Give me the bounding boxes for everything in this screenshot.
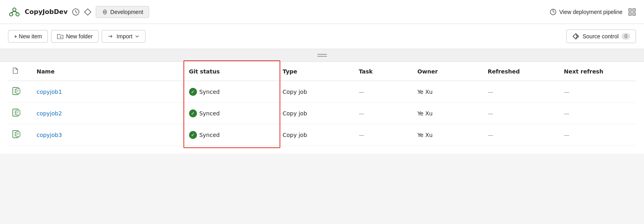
table-row[interactable]: copyjob1 Synced Copy job—Ye Xu—— [8, 81, 636, 103]
edit-settings-icon[interactable] [72, 8, 80, 16]
row-owner-cell: Ye Xu [414, 124, 484, 146]
source-control-badge: 0 [622, 33, 630, 40]
row-icon-cell [8, 124, 33, 146]
environment-label: Development [110, 9, 144, 15]
grid-apps-icon[interactable] [628, 8, 636, 16]
svg-line-4 [14, 11, 18, 13]
row-git-status-cell: Synced [185, 81, 279, 103]
synced-check-icon [189, 131, 197, 139]
row-refreshed-cell: — [484, 124, 560, 146]
row-refreshed-cell: — [484, 103, 560, 124]
row-task-cell: — [355, 81, 414, 103]
col-git-status-header: Git status [185, 62, 279, 81]
import-icon [108, 33, 114, 40]
svg-point-2 [16, 13, 19, 16]
row-name-cell[interactable]: copyjob3 [33, 124, 185, 146]
view-pipeline-label: View deployment pipeline [559, 9, 622, 15]
toolbar: + New item New folder Import Sour [0, 24, 644, 49]
chevron-down-icon [135, 34, 140, 39]
divider-row [0, 49, 644, 62]
row-icon-cell [8, 103, 33, 124]
synced-label: Synced [199, 132, 220, 138]
row-git-status-cell: Synced [185, 124, 279, 146]
new-folder-label: New folder [66, 33, 93, 40]
svg-rect-10 [629, 13, 631, 15]
row-git-status-cell: Synced [185, 103, 279, 124]
col-next-refresh-header: Next refresh [560, 62, 636, 81]
environment-button[interactable]: Development [96, 6, 150, 18]
col-icon-header [8, 62, 33, 81]
copy-job-icon [12, 130, 21, 139]
svg-rect-20 [16, 132, 20, 137]
rocket-icon [102, 9, 108, 15]
svg-line-3 [11, 11, 14, 13]
new-item-label: + New item [14, 33, 42, 40]
svg-rect-16 [16, 89, 20, 93]
source-control-label: Source control [583, 33, 618, 40]
import-button[interactable]: Import [102, 30, 146, 43]
new-item-button[interactable]: + New item [8, 30, 48, 43]
row-type-cell: Copy job [279, 103, 355, 124]
svg-rect-8 [629, 9, 631, 11]
row-next-refresh-cell: — [560, 81, 636, 103]
new-folder-button[interactable]: New folder [51, 30, 98, 43]
table-container: Name Git status Type Task Owner Refreshe… [0, 62, 644, 154]
app-logo-icon [8, 6, 21, 18]
synced-check-icon [189, 109, 197, 117]
items-table: Name Git status Type Task Owner Refreshe… [8, 62, 636, 146]
toolbar-left: + New item New folder Import [8, 30, 146, 43]
header: CopyJobDev Development [0, 0, 644, 24]
drag-handle[interactable] [317, 54, 327, 57]
col-refreshed-header: Refreshed [484, 62, 560, 81]
col-task-header: Task [355, 62, 414, 81]
row-owner-cell: Ye Xu [414, 103, 484, 124]
row-refreshed-cell: — [484, 81, 560, 103]
svg-rect-11 [633, 13, 635, 15]
table-row[interactable]: copyjob3 Synced Copy job—Ye Xu—— [8, 124, 636, 146]
svg-point-1 [10, 13, 13, 16]
file-icon [12, 67, 18, 74]
svg-point-0 [13, 8, 16, 11]
view-pipeline-button[interactable]: View deployment pipeline [549, 8, 622, 16]
svg-rect-9 [633, 9, 635, 11]
table-header-row: Name Git status Type Task Owner Refreshe… [8, 62, 636, 81]
table-row[interactable]: copyjob2 Synced Copy job—Ye Xu—— [8, 103, 636, 124]
svg-rect-18 [16, 110, 20, 115]
row-type-cell: Copy job [279, 124, 355, 146]
col-name-header: Name [33, 62, 185, 81]
row-task-cell: — [355, 124, 414, 146]
row-type-cell: Copy job [279, 81, 355, 103]
synced-label: Synced [199, 110, 220, 117]
row-icon-cell [8, 81, 33, 103]
col-owner-header: Owner [414, 62, 484, 81]
app-title: CopyJobDev [25, 8, 68, 16]
col-type-header: Type [279, 62, 355, 81]
import-label: Import [116, 33, 132, 40]
header-left: CopyJobDev Development [8, 6, 149, 18]
synced-check-icon [189, 88, 197, 96]
row-owner-cell: Ye Xu [414, 81, 484, 103]
row-name-cell[interactable]: copyjob1 [33, 81, 185, 103]
table-body: copyjob1 Synced Copy job—Ye Xu—— copyjob… [8, 81, 636, 146]
copy-job-icon [12, 87, 21, 95]
folder-icon [57, 33, 63, 40]
header-right: View deployment pipeline [549, 8, 636, 16]
diamond-icon[interactable] [84, 8, 92, 16]
source-control-button[interactable]: Source control 0 [566, 30, 636, 43]
pipeline-icon [549, 8, 557, 16]
row-next-refresh-cell: — [560, 124, 636, 146]
row-next-refresh-cell: — [560, 103, 636, 124]
source-control-icon [572, 33, 579, 40]
synced-label: Synced [199, 89, 220, 95]
copy-job-icon [12, 108, 21, 117]
row-task-cell: — [355, 103, 414, 124]
row-name-cell[interactable]: copyjob2 [33, 103, 185, 124]
svg-point-6 [104, 11, 106, 13]
